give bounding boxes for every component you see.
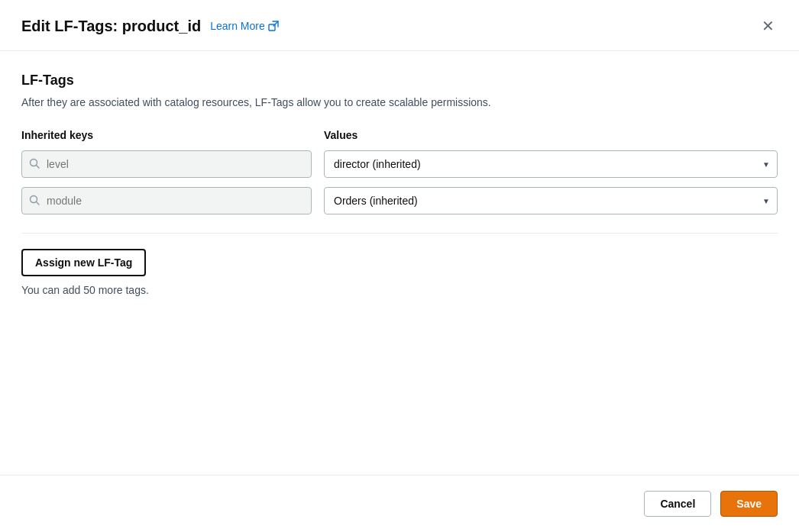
modal-header: Edit LF-Tags: product_id Learn More ✕ xyxy=(0,0,799,51)
value-select-wrapper-2: Orders (inherited) ▼ xyxy=(324,187,778,214)
save-button[interactable]: Save xyxy=(720,491,778,517)
modal-footer: Cancel Save xyxy=(0,475,799,532)
key-input-2[interactable] xyxy=(21,187,312,214)
inherited-keys-header: Inherited keys xyxy=(21,129,312,141)
values-header: Values xyxy=(324,129,778,141)
modal-title: Edit LF-Tags: product_id xyxy=(21,18,201,35)
column-headers: Inherited keys Values xyxy=(21,129,778,147)
cancel-button[interactable]: Cancel xyxy=(644,491,711,517)
edit-lf-tags-modal: Edit LF-Tags: product_id Learn More ✕ LF… xyxy=(0,0,799,532)
learn-more-label: Learn More xyxy=(210,20,265,32)
learn-more-link[interactable]: Learn More xyxy=(210,20,279,32)
modal-overlay: Edit LF-Tags: product_id Learn More ✕ LF… xyxy=(0,0,799,532)
key-search-wrapper-1 xyxy=(21,150,312,178)
section-description: After they are associated with catalog r… xyxy=(21,95,778,111)
assign-button-label: Assign new LF-Tag xyxy=(35,256,132,269)
section-title: LF-Tags xyxy=(21,73,778,89)
key-input-1[interactable] xyxy=(21,150,312,178)
value-select-wrapper-1: director (inherited) ▼ xyxy=(324,150,778,178)
external-link-icon xyxy=(268,21,279,31)
value-select-2[interactable]: Orders (inherited) xyxy=(324,187,778,214)
add-more-text: You can add 50 more tags. xyxy=(21,284,778,296)
key-search-wrapper-2 xyxy=(21,187,312,214)
tags-grid: director (inherited) ▼ xyxy=(21,150,778,214)
section-divider xyxy=(21,233,778,234)
value-select-1[interactable]: director (inherited) xyxy=(324,150,778,178)
modal-body: LF-Tags After they are associated with c… xyxy=(0,51,799,475)
close-button[interactable]: ✕ xyxy=(759,15,778,37)
close-icon: ✕ xyxy=(762,18,775,34)
assign-new-lf-tag-button[interactable]: Assign new LF-Tag xyxy=(21,249,146,276)
